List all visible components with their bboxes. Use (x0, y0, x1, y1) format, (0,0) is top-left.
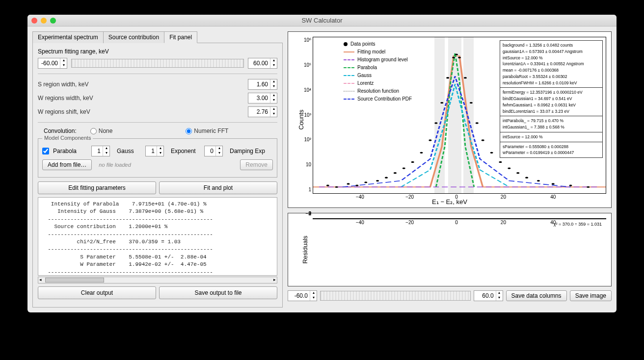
svg-point-7 (394, 172, 397, 174)
output-textarea[interactable]: Intensity of Parabola 7.9715e+01 (4.70e-… (38, 197, 277, 276)
svg-point-11 (429, 139, 431, 141)
svg-point-2 (347, 183, 350, 184)
xrange-slider[interactable] (320, 291, 471, 301)
svg-point-4 (364, 181, 367, 183)
tab-source[interactable]: Source contribution (103, 31, 164, 43)
s-width-label: S region width, keV (38, 81, 244, 88)
fit-plot-button[interactable]: Fit and plot (159, 181, 277, 194)
svg-point-8 (402, 168, 405, 169)
fitrange-label: Spectrum fitting range, keV (38, 48, 277, 55)
exponent-label: Exponent (171, 148, 200, 154)
chi2-label: χ² = 370.0 ÷ 359 = 1.031 (554, 222, 602, 227)
w-width-spinner[interactable]: ▴▾ (248, 93, 277, 103)
svg-point-25 (516, 172, 519, 174)
plot-area[interactable]: 1 10 10² 10³ 10⁴ 10⁵ 10⁶ −40 −20 0 20 40… (313, 37, 606, 194)
damping-label: Damping Exp (230, 148, 265, 154)
svg-point-21 (482, 139, 484, 141)
fitrange-max[interactable]: ▴▾ (248, 58, 277, 69)
save-image-button[interactable]: Save image (570, 290, 612, 301)
bottom-controls: ▴▾ ▴▾ Save data columns Save image (288, 290, 612, 301)
exponent-n[interactable]: ▴▾ (204, 146, 223, 156)
scroll-right-icon[interactable]: ▸ (273, 277, 276, 282)
model-components: Model Components Parabola ▴▾ Gauss ▴▾ Ex… (38, 138, 277, 178)
xaxis-label: E₁ − E₂, keV (432, 198, 467, 206)
svg-point-27 (537, 180, 540, 181)
parabola-check[interactable] (42, 148, 49, 154)
clear-output-button[interactable]: Clear output (38, 286, 156, 299)
s-width-spinner[interactable]: ▴▾ (248, 79, 277, 90)
svg-point-29 (569, 185, 572, 186)
scroll-thumb[interactable] (45, 278, 104, 283)
svg-point-15 (452, 57, 455, 58)
svg-point-14 (446, 77, 449, 78)
window-title: SW Calculator (27, 17, 617, 24)
svg-point-13 (440, 102, 443, 103)
resid-plot[interactable]: χ² = 370.0 ÷ 359 = 1.031 −2 0 2 4 −40 −2… (313, 218, 606, 219)
svg-point-24 (508, 168, 510, 169)
remove-button[interactable]: Remove (240, 159, 273, 170)
svg-point-3 (355, 185, 358, 186)
svg-point-12 (434, 122, 437, 124)
gauss-label: Gauss (117, 148, 141, 154)
parabola-label: Parabola (53, 148, 87, 154)
svg-point-6 (385, 177, 388, 179)
spin-down-icon[interactable]: ▾ (60, 63, 67, 68)
titlebar: SW Calculator (27, 15, 617, 26)
svg-point-17 (458, 57, 461, 58)
main-chart: Counts (288, 31, 612, 208)
edit-params-button[interactable]: Edit fitting parameters (38, 181, 156, 194)
svg-point-22 (490, 152, 493, 154)
w-shift-spinner[interactable]: ▴▾ (248, 106, 277, 117)
xrange-max[interactable]: ▴▾ (474, 290, 503, 301)
svg-point-18 (464, 77, 467, 78)
svg-point-30 (587, 186, 590, 188)
no-file-label: no file loaded (99, 162, 131, 168)
spin-down-icon[interactable]: ▾ (270, 63, 277, 68)
tab-experimental[interactable]: Experimental spectrum (32, 31, 104, 43)
fitrange-max-input[interactable] (248, 60, 270, 67)
residuals-chart: Residuals χ² = 370.0 ÷ 359 = 1.031 −2 0 … (288, 213, 612, 286)
tab-bar: Experimental spectrum Source contributio… (32, 31, 283, 43)
conv-label: Convolution: (44, 128, 77, 134)
tab-fit-panel[interactable]: Fit panel (164, 31, 197, 43)
svg-point-20 (476, 122, 479, 124)
parabola-n[interactable]: ▴▾ (91, 146, 110, 156)
svg-point-1 (335, 186, 338, 188)
svg-point-0 (326, 185, 329, 186)
svg-point-16 (455, 53, 458, 55)
scroll-left-icon[interactable]: ◂ (39, 277, 42, 282)
w-shift-label: W regions shift, keV (38, 108, 244, 115)
svg-point-9 (411, 161, 414, 163)
save-output-button[interactable]: Save output to file (159, 286, 277, 299)
legend: Data points Fitting model Histogram grou… (344, 40, 412, 103)
gauss-n[interactable]: ▴▾ (145, 146, 164, 156)
xrange-min[interactable]: ▴▾ (288, 290, 317, 301)
svg-point-28 (552, 183, 555, 184)
svg-point-19 (470, 102, 473, 103)
resid-ylabel: Residuals (301, 235, 309, 263)
stats-box: background = 1.3256 ± 0.0482 countsgauss… (500, 40, 603, 158)
svg-point-23 (499, 161, 502, 163)
output-hscroll[interactable]: ◂ ▸ (38, 277, 277, 283)
fit-panel: Spectrum fitting range, keV ▴▾ ▴▾ S regi… (32, 43, 283, 308)
svg-point-26 (525, 177, 528, 179)
w-width-label: W regions width, keV (38, 95, 244, 102)
add-from-file-button[interactable]: Add from file… (42, 159, 92, 170)
right-pane: Counts (288, 31, 612, 308)
svg-point-5 (376, 180, 379, 181)
fitrange-min-input[interactable] (38, 60, 60, 67)
conv-fft-radio[interactable]: Numeric FFT (186, 128, 268, 134)
fitrange-min[interactable]: ▴▾ (38, 58, 67, 69)
app-window: SW Calculator Experimental spectrum Sour… (27, 15, 617, 312)
left-pane: Experimental spectrum Source contributio… (32, 31, 283, 308)
svg-point-10 (420, 152, 423, 154)
model-legend: Model Components (42, 135, 93, 141)
save-columns-button[interactable]: Save data columns (506, 290, 567, 301)
conv-none-radio[interactable]: None (90, 128, 173, 134)
fitrange-slider[interactable] (71, 59, 244, 68)
